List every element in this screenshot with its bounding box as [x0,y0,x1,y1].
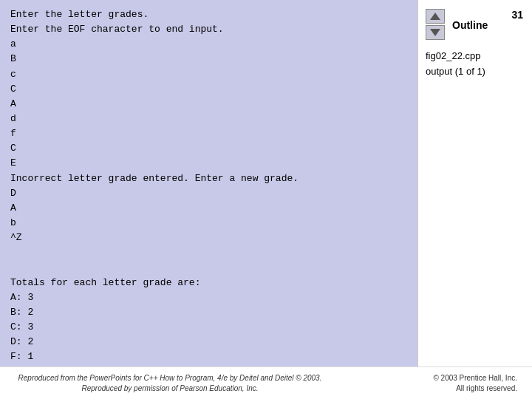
footer-copyright-line1: © 2003 Prentice Hall, Inc. [433,373,517,383]
arrow-down-button[interactable] [426,25,445,40]
arrow-up-icon [430,13,440,20]
arrow-down-icon [430,29,440,36]
page-number: 31 [511,9,525,21]
fig-info-line1: fig02_22.cpp [426,49,485,64]
footer: Reproduced from the PowerPoints for C++ … [0,366,532,399]
outline-label: Outline [452,19,488,31]
code-panel: Enter the letter grades. Enter the EOF c… [0,0,417,366]
footer-copyright-line2: All rights reserved. [433,383,517,394]
footer-left: Reproduced from the PowerPoints for C++ … [15,373,325,394]
main-container: Enter the letter grades. Enter the EOF c… [0,0,532,399]
content-area: Enter the letter grades. Enter the EOF c… [0,0,532,366]
arrow-up-button[interactable] [426,9,445,24]
sidebar-header: Outline fig02_22.cpp output (1 of 1) 31 [426,6,525,80]
fig-info-line2: output (1 of 1) [426,64,485,80]
footer-right: © 2003 Prentice Hall, Inc. All rights re… [433,373,517,394]
sidebar: Outline fig02_22.cpp output (1 of 1) 31 [417,0,532,366]
fig-info: fig02_22.cpp output (1 of 1) [426,49,485,80]
output-text: Enter the letter grades. Enter the EOF c… [10,7,407,364]
